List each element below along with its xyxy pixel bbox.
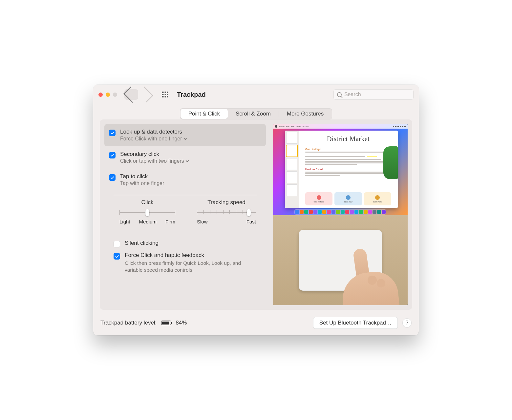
lookup-title: Look up & data detectors bbox=[120, 129, 186, 135]
option-lookup[interactable]: Look up & data detectors Force Click wit… bbox=[104, 124, 266, 146]
zoom-window-button bbox=[113, 93, 117, 97]
secondary-click-title: Secondary click bbox=[120, 151, 188, 158]
chevron-left-icon bbox=[123, 86, 140, 103]
preview-doc-title: District Market bbox=[305, 135, 391, 143]
window-controls bbox=[98, 93, 117, 97]
back-button[interactable] bbox=[124, 89, 138, 100]
force-click-description: Click then press firmly for Quick Look, … bbox=[125, 260, 256, 274]
click-label-light: Light bbox=[119, 219, 130, 224]
tracking-slider-title: Tracking speed bbox=[207, 199, 245, 206]
preview-dock bbox=[294, 209, 386, 215]
secondary-click-subtitle-dropdown[interactable]: Click or tap with two fingers bbox=[120, 158, 188, 164]
chevron-down-icon bbox=[183, 137, 187, 140]
tracking-slider[interactable] bbox=[197, 210, 256, 216]
click-label-medium: Medium bbox=[139, 219, 157, 224]
silent-clicking-checkbox[interactable] bbox=[114, 241, 120, 247]
secondary-click-checkbox[interactable] bbox=[109, 152, 116, 158]
tap-to-click-checkbox[interactable] bbox=[109, 174, 116, 181]
click-slider-title: Click bbox=[141, 199, 154, 206]
tracking-label-fast: Fast bbox=[246, 219, 256, 224]
tracking-label-slow: Slow bbox=[197, 219, 208, 224]
preferences-window: Trackpad Point & Click Scroll & Zoom Mor… bbox=[93, 85, 419, 335]
search-icon bbox=[337, 92, 342, 97]
show-all-button[interactable] bbox=[162, 92, 168, 97]
lookup-subtitle-dropdown[interactable]: Force Click with one finger bbox=[120, 136, 186, 142]
click-slider-group: Click Light Medium Firm bbox=[119, 199, 175, 224]
battery-icon bbox=[161, 321, 171, 325]
tap-to-click-title: Tap to click bbox=[120, 173, 164, 180]
tab-point-and-click[interactable]: Point & Click bbox=[181, 109, 228, 119]
click-slider-knob[interactable] bbox=[145, 209, 149, 216]
silent-clicking-title: Silent clicking bbox=[125, 240, 159, 246]
search-field[interactable] bbox=[333, 89, 414, 100]
preview-section-heritage: Our Heritage bbox=[305, 148, 391, 151]
option-silent-clicking[interactable]: Silent clicking bbox=[109, 237, 261, 249]
content-panel: Look up & data detectors Force Click wit… bbox=[100, 119, 412, 310]
tap-to-click-subtitle: Tap with one finger bbox=[120, 180, 164, 186]
setup-bluetooth-button[interactable]: Set Up Bluetooth Trackpad… bbox=[313, 317, 398, 329]
tabs-segmented-control[interactable]: Point & Click Scroll & Zoom More Gesture… bbox=[180, 108, 332, 119]
help-button[interactable]: ? bbox=[402, 318, 412, 327]
preview-trackpad bbox=[273, 215, 408, 305]
battery-label: Trackpad battery level: bbox=[100, 320, 157, 326]
click-label-firm: Firm bbox=[165, 219, 175, 224]
click-slider[interactable] bbox=[119, 210, 175, 216]
preview-hand-icon bbox=[336, 243, 392, 305]
toolbar: Trackpad bbox=[93, 85, 419, 104]
chevron-down-icon bbox=[185, 159, 189, 162]
tracking-slider-group: Tracking speed Slow Fast bbox=[197, 199, 256, 224]
lookup-checkbox[interactable] bbox=[109, 130, 116, 136]
footer: Trackpad battery level: 84% Set Up Bluet… bbox=[93, 316, 419, 335]
force-click-title: Force Click and haptic feedback bbox=[125, 252, 256, 259]
search-input[interactable] bbox=[344, 92, 410, 97]
close-window-button[interactable] bbox=[98, 93, 103, 97]
tab-more-gestures[interactable]: More Gestures bbox=[279, 109, 331, 119]
gesture-preview: PagesFileEditInsertFormat District Marke… bbox=[273, 124, 408, 305]
battery-percentage: 84% bbox=[176, 320, 187, 326]
minimize-window-button[interactable] bbox=[106, 93, 110, 97]
tab-scroll-and-zoom[interactable]: Scroll & Zoom bbox=[228, 109, 279, 119]
force-click-checkbox[interactable] bbox=[114, 253, 120, 260]
preview-desktop: PagesFileEditInsertFormat District Marke… bbox=[273, 124, 408, 215]
tracking-slider-knob[interactable] bbox=[247, 209, 251, 216]
preview-document-window: District Market Our Heritage Host an Eve… bbox=[285, 131, 398, 208]
option-force-click[interactable]: Force Click and haptic feedback Click th… bbox=[109, 249, 261, 276]
pane-title: Trackpad bbox=[177, 91, 206, 98]
forward-button bbox=[139, 89, 153, 100]
option-secondary-click[interactable]: Secondary click Click or tap with two fi… bbox=[104, 146, 266, 169]
option-tap-to-click[interactable]: Tap to click Tap with one finger bbox=[104, 169, 266, 191]
chevron-right-icon bbox=[137, 87, 153, 103]
preview-section-event: Host an Event bbox=[305, 168, 391, 171]
